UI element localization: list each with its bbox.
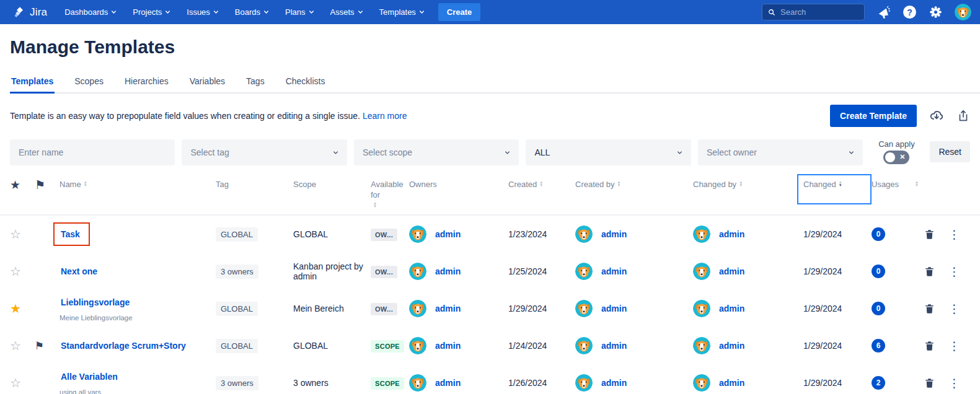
created-by-link[interactable]: admin xyxy=(601,266,627,276)
header-changed[interactable]: Changed▲▼ xyxy=(797,174,872,204)
scope-filter-select[interactable]: Select scope xyxy=(354,139,519,165)
changed-by-link[interactable]: admin xyxy=(719,378,744,388)
available-for-badge: OW... xyxy=(371,303,397,315)
tag-filter-select[interactable]: Select tag xyxy=(182,139,347,165)
delete-trash-icon[interactable] xyxy=(924,377,948,389)
created-by-link[interactable]: admin xyxy=(601,341,627,351)
nav-item-boards[interactable]: Boards xyxy=(235,7,269,17)
row-star-icon[interactable]: ☆ xyxy=(10,339,35,352)
user-avatar[interactable] xyxy=(955,4,971,20)
name-filter[interactable] xyxy=(10,139,175,165)
announcements-icon[interactable] xyxy=(877,6,891,19)
name-filter-input[interactable] xyxy=(19,147,166,157)
changed-by-avatar[interactable] xyxy=(693,337,710,354)
row-flag-icon[interactable]: ⚑ xyxy=(35,341,60,351)
nav-item-issues[interactable]: Issues xyxy=(187,7,219,17)
more-options-kebab-icon[interactable]: ⋮ xyxy=(948,340,968,352)
import-cloud-icon[interactable] xyxy=(929,108,944,123)
header-created[interactable]: Created▲▼ xyxy=(508,179,575,190)
tab-hierarchies[interactable]: Hierarchies xyxy=(123,72,170,92)
export-share-icon[interactable] xyxy=(956,109,970,123)
changed-by-link[interactable]: admin xyxy=(719,229,744,239)
help-icon[interactable]: ? xyxy=(903,6,916,19)
header-usages[interactable]: Usages▲▼ xyxy=(872,179,924,190)
template-name-link[interactable]: Alle Variablen xyxy=(61,372,118,382)
row-star-icon[interactable]: ☆ xyxy=(10,377,35,389)
reset-button[interactable]: Reset xyxy=(930,141,970,162)
more-options-kebab-icon[interactable]: ⋮ xyxy=(948,266,968,278)
changed-by-avatar[interactable] xyxy=(693,300,710,317)
created-by-avatar[interactable] xyxy=(575,374,593,392)
tab-tags[interactable]: Tags xyxy=(245,72,266,92)
changed-by-avatar[interactable] xyxy=(693,374,710,392)
created-by-avatar[interactable] xyxy=(575,337,593,354)
template-name-link[interactable]: Lieblingsvorlage xyxy=(61,297,130,307)
star-header-icon[interactable]: ★ xyxy=(10,179,35,191)
row-star-icon[interactable]: ★ xyxy=(10,302,35,315)
table-row: ☆ ⚑ Alle Variablen using all vars 3 owne… xyxy=(0,364,980,394)
owner-avatar[interactable] xyxy=(409,263,426,280)
search-input[interactable] xyxy=(780,7,859,17)
created-by-avatar[interactable] xyxy=(575,225,593,243)
template-name-link[interactable]: Task xyxy=(61,229,80,239)
delete-trash-icon[interactable] xyxy=(924,266,948,278)
header-name[interactable]: Name▲▼ xyxy=(60,179,216,190)
owner-link[interactable]: admin xyxy=(435,229,461,239)
tab-variables[interactable]: Variables xyxy=(188,72,226,92)
changed-by-link[interactable]: admin xyxy=(719,304,744,313)
available-for-badge: OW... xyxy=(371,229,397,241)
owner-filter-select[interactable]: Select owner xyxy=(698,139,863,165)
tab-templates[interactable]: Templates xyxy=(10,72,55,92)
usages-count-badge: 0 xyxy=(872,227,885,241)
type-filter-select[interactable]: ALL xyxy=(526,139,691,165)
template-name-link[interactable]: Standardvorlage Scrum+Story xyxy=(61,341,186,351)
delete-trash-icon[interactable] xyxy=(924,340,948,352)
header-scope: Scope xyxy=(293,179,371,190)
learn-more-link[interactable]: Learn more xyxy=(363,111,407,121)
can-apply-toggle[interactable]: ✕ xyxy=(883,151,909,164)
search-box[interactable] xyxy=(762,4,865,20)
header-changed-by[interactable]: Changed by▲▼ xyxy=(693,179,803,190)
nav-item-projects[interactable]: Projects xyxy=(133,7,170,17)
owner-link[interactable]: admin xyxy=(435,378,461,388)
changed-by-link[interactable]: admin xyxy=(719,341,744,351)
changed-by-avatar[interactable] xyxy=(693,263,710,280)
owner-link[interactable]: admin xyxy=(435,341,461,351)
created-by-avatar[interactable] xyxy=(575,263,593,280)
changed-by-cell: admin xyxy=(693,300,803,317)
more-options-kebab-icon[interactable]: ⋮ xyxy=(948,303,968,315)
owner-avatar[interactable] xyxy=(409,337,426,354)
created-by-link[interactable]: admin xyxy=(601,304,627,313)
tab-checklists[interactable]: Checklists xyxy=(285,72,327,92)
created-by-link[interactable]: admin xyxy=(601,229,627,239)
nav-item-assets[interactable]: Assets xyxy=(330,7,363,17)
nav-item-templates[interactable]: Templates xyxy=(379,7,425,17)
nav-item-dashboards[interactable]: Dashboards xyxy=(64,7,117,17)
flag-header-icon[interactable]: ⚑ xyxy=(35,179,60,191)
create-template-button[interactable]: Create Template xyxy=(830,105,917,127)
tab-scopes[interactable]: Scopes xyxy=(73,72,105,92)
changed-by-link[interactable]: admin xyxy=(719,266,744,276)
template-name-link[interactable]: Next one xyxy=(61,266,97,276)
created-by-avatar[interactable] xyxy=(575,300,593,317)
delete-trash-icon[interactable] xyxy=(924,229,948,240)
settings-gear-icon[interactable] xyxy=(929,6,942,19)
created-by-link[interactable]: admin xyxy=(601,378,627,388)
more-options-kebab-icon[interactable]: ⋮ xyxy=(948,377,968,389)
header-created-by[interactable]: Created by▲▼ xyxy=(575,179,693,190)
usages-count-badge: 0 xyxy=(872,302,885,315)
owner-avatar[interactable] xyxy=(409,374,426,392)
changed-by-avatar[interactable] xyxy=(693,225,710,243)
owner-avatar[interactable] xyxy=(409,225,426,243)
header-available-for[interactable]: Available for▲▼ xyxy=(371,179,409,208)
jira-logo[interactable]: Jira xyxy=(14,6,47,19)
more-options-kebab-icon[interactable]: ⋮ xyxy=(948,229,968,240)
owner-avatar[interactable] xyxy=(409,300,426,317)
row-star-icon[interactable]: ☆ xyxy=(10,265,35,278)
owner-link[interactable]: admin xyxy=(435,266,461,276)
delete-trash-icon[interactable] xyxy=(924,303,948,315)
row-star-icon[interactable]: ☆ xyxy=(10,228,35,240)
nav-item-plans[interactable]: Plans xyxy=(285,7,314,17)
create-button[interactable]: Create xyxy=(438,3,480,21)
owner-link[interactable]: admin xyxy=(435,304,461,313)
